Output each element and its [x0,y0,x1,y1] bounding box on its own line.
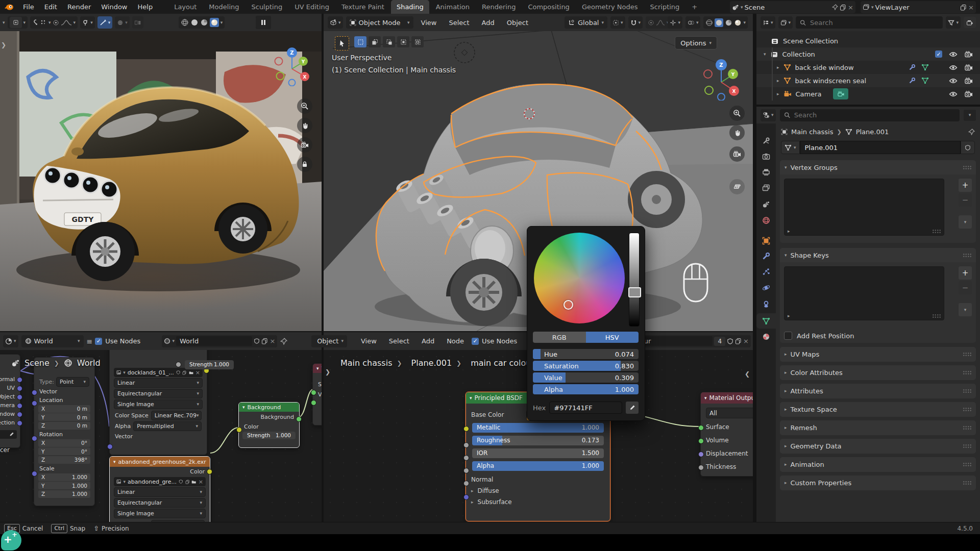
hide-viewport-icon[interactable] [949,51,958,58]
list-resize-grip[interactable] [932,314,941,318]
background-node[interactable]: ▾Background Background Color Strength 1.… [238,402,300,448]
shape-keys-list[interactable]: ▸ [784,266,944,320]
shader-object-type-dropdown[interactable]: Object▾ [311,335,347,347]
add-shape-key-button[interactable]: + [959,266,972,280]
unlink-scene-icon[interactable]: × [848,4,853,11]
search-input[interactable] [809,18,939,27]
panel-header-shape-keys[interactable]: ▾Shape Keys [780,248,976,262]
panel-drag-grip[interactable] [963,165,971,170]
color-wheel-cursor[interactable] [564,300,573,310]
sidebar-collapse-arrow[interactable]: ❮ [745,370,750,378]
workspace-tab-compositing[interactable]: Compositing [522,0,575,14]
camera-data-badge[interactable] [833,88,848,99]
node-menu[interactable]: Node [442,335,469,348]
camera-view-icon[interactable] [729,146,745,162]
mapping-node[interactable]: Type: Point▾ Vector Location X0 m Y0 m Z… [34,357,95,506]
alpha-slider[interactable]: Alpha 1.000 [533,384,639,394]
unlink-icon[interactable]: × [743,337,749,345]
world-output-node[interactable]: ▾World Output Surface Volume [312,363,322,425]
tab-object[interactable] [762,237,770,245]
new-collection-button[interactable] [964,17,976,28]
copy-icon[interactable] [261,338,268,344]
unlink-icon[interactable]: × [270,337,275,345]
active-tool-select-box[interactable] [335,36,349,51]
falloff-curve-icon[interactable] [61,19,72,26]
value-slider-vertical[interactable] [629,233,640,327]
collection-checkbox[interactable]: ✓ [935,51,942,58]
hsv-tab[interactable]: HSV [586,332,639,343]
workspace-tab-layout[interactable]: Layout [168,0,202,14]
pan-hand-icon[interactable] [297,118,312,133]
snap-dropdown[interactable]: ▾ [628,16,643,29]
left-navigation-gizmo[interactable]: Z Y X [274,45,310,86]
remove-vertex-group-button[interactable]: − [959,193,972,207]
workspace-tab-animation[interactable]: Animation [430,0,475,14]
alpha-slider[interactable]: Alpha 1.000 [472,461,604,471]
shading-rendered-icon[interactable] [734,19,742,27]
tab-material[interactable] [762,333,770,341]
hook-tool-icon[interactable] [32,19,39,26]
pan-hand-icon[interactable] [729,125,745,140]
strength-slider[interactable]: Strength 1.000 [185,360,234,369]
disable-render-icon[interactable] [965,64,973,71]
tab-data-active[interactable] [756,313,776,329]
hide-viewport-icon[interactable] [949,64,958,71]
new-scene-icon[interactable] [840,4,846,11]
menu-file[interactable]: File [18,1,39,14]
shading-solid-icon[interactable] [715,18,723,27]
properties-options-chevron[interactable]: ▾ [964,110,976,121]
texture-coordinate-node[interactable]: Normal UV Object Camera Window Reflectio… [0,354,20,448]
world-datablock[interactable]: ▾ World × [162,335,277,347]
world-node-canvas[interactable]: ❯ Normal UV Object Camera Window Reflect… [0,350,322,522]
gizmo-arrow-icon[interactable] [100,19,107,26]
menu-render[interactable]: Render [63,1,95,14]
pin-icon[interactable] [280,338,287,345]
material-output-node[interactable]: ▾Material Output All▾ Surface Volume Dis… [700,392,753,477]
copy-icon[interactable] [735,338,742,344]
workspace-tab-modeling[interactable]: Modeling [203,0,244,14]
outliner-row-camera[interactable]: ▸ Camera [756,87,980,101]
overlay-sphere-icon[interactable] [117,19,124,26]
search-input[interactable] [793,111,955,119]
list-filter-expand[interactable]: ▸ [788,314,790,318]
panel-color-attributes[interactable]: ▸Color Attributes [780,365,976,380]
unlink-icon[interactable]: × [199,479,203,485]
vertex-groups-list[interactable]: ▸ [784,179,944,236]
left-3d-viewport-rendered[interactable]: GDTY ❯ Z Y X [0,31,322,331]
world-selector[interactable]: World▾ [21,335,84,347]
shield-icon[interactable] [176,369,180,375]
vertex-group-specials-button[interactable]: ▾ [959,215,972,229]
panel-custom-properties[interactable]: ▸Custom Properties [780,475,976,490]
editor-menus-collapsed-icon[interactable]: ≡ [87,337,92,345]
folder-icon[interactable] [191,479,196,485]
add-menu[interactable]: Add [417,335,439,348]
panel-attributes[interactable]: ▸Attributes [780,384,976,398]
select-mode-invert-icon[interactable] [397,36,409,47]
disable-render-icon[interactable] [965,51,973,58]
tab-tool[interactable] [762,137,770,145]
transform-orientation-dropdown[interactable]: Global ▾ [565,16,607,29]
tab-output[interactable] [762,168,770,176]
panel-remesh[interactable]: ▸Remesh [780,420,976,435]
region-expand-arrow[interactable]: ❯ [325,368,330,375]
view-menu[interactable]: View [416,16,442,29]
properties-search[interactable] [780,109,960,121]
annotate-pin-icon[interactable] [82,19,89,26]
left-mode-dropdown[interactable]: ▾ [8,16,28,29]
modifier-wrench-icon[interactable] [909,77,916,84]
workspace-tab-texture-paint[interactable]: Texture Paint [336,0,390,14]
shield-icon[interactable] [727,338,733,345]
eyedropper-button[interactable] [626,402,639,414]
workspace-add-button[interactable]: + [686,0,703,14]
menu-window[interactable]: Window [96,1,132,14]
unlink-icon[interactable]: × [195,369,200,376]
tab-render[interactable] [762,153,770,160]
shading-material-icon[interactable] [725,19,732,27]
folder-icon[interactable] [189,370,193,375]
editor-type-chevron[interactable]: ▾ [3,20,5,25]
vertex-group-icon[interactable] [921,64,929,71]
shape-key-specials-button[interactable]: ▾ [959,303,972,316]
view-menu[interactable]: View [356,335,381,348]
disable-render-icon[interactable] [965,78,973,84]
list-filter-expand[interactable]: ▸ [788,229,790,234]
